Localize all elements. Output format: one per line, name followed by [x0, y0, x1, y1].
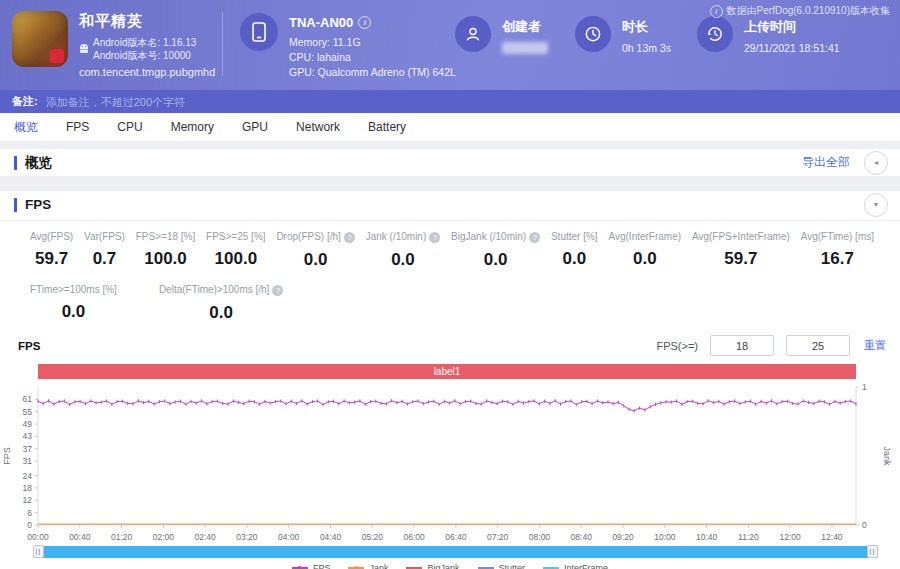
stat-item: Jank (/10min)?0.0	[362, 231, 445, 270]
app-version-name: Android版本名: 1.16.13	[93, 36, 215, 49]
legend-label: FPS	[313, 563, 331, 569]
stat-value: 0.0	[159, 303, 284, 323]
stat-value: 0.0	[30, 302, 117, 322]
fps-stats-row-1: Avg(FPS)59.7Var(FPS)0.7FPS>=18 [%]100.0F…	[0, 221, 900, 270]
chart-scrollbar[interactable]	[33, 546, 878, 558]
help-icon[interactable]: ?	[429, 232, 440, 243]
app-version-block: Android版本名: 1.16.13 Android版本号: 10000	[79, 36, 215, 62]
android-icon	[79, 42, 89, 54]
stat-item: Stutter [%]0.0	[547, 231, 602, 270]
creator-block: 创建者	[455, 16, 548, 54]
stat-item: Avg(InterFrame)0.0	[604, 231, 685, 270]
legend-item-jank[interactable]: Jank	[348, 563, 388, 569]
collected-note-text: 数据由PerfDog(6.0.210910)版本收集	[727, 4, 890, 18]
history-clock-icon	[697, 16, 733, 52]
app-version-code: Android版本号: 10000	[93, 49, 215, 62]
svg-text:43: 43	[23, 431, 33, 441]
svg-text:55: 55	[23, 407, 33, 417]
svg-text:18: 18	[23, 483, 33, 493]
chart-header: FPS FPS(>=) 重置	[0, 323, 900, 360]
remark-input[interactable]	[44, 95, 368, 109]
svg-text:03:20: 03:20	[236, 532, 258, 542]
app-title: 和平精英	[79, 12, 215, 31]
help-icon[interactable]: ?	[272, 285, 283, 296]
device-block: TNA-AN00i Memory: 11.1G CPU: lahaina GPU…	[240, 13, 456, 80]
svg-text:09:20: 09:20	[612, 532, 634, 542]
divider-strip	[0, 142, 900, 149]
legend-item-stutter[interactable]: Stutter	[478, 563, 526, 569]
stat-label: Drop(FPS) [/h]?	[276, 231, 354, 243]
legend-item-bigjank[interactable]: BigJank	[406, 563, 459, 569]
tab-1[interactable]: FPS	[66, 120, 89, 134]
collapse-left-button[interactable]: ◄	[864, 151, 888, 175]
svg-text:12:40: 12:40	[821, 532, 843, 542]
clock-icon	[575, 16, 611, 52]
export-all-button[interactable]: 导出全部	[802, 154, 850, 171]
svg-text:24: 24	[23, 471, 33, 481]
overview-title: 概览	[25, 154, 52, 172]
stat-value: 59.7	[30, 249, 73, 269]
stat-item: Avg(FPS)59.7	[26, 231, 77, 270]
stat-value: 100.0	[206, 249, 265, 269]
stat-item: BigJank (/10min)?0.0	[447, 231, 544, 270]
svg-text:06:40: 06:40	[445, 532, 467, 542]
stat-label: Stutter [%]	[551, 231, 598, 242]
scrollbar-left-handle[interactable]	[33, 545, 44, 558]
report-header: 和平精英 Android版本名: 1.16.13 Android版本号: 100…	[0, 0, 900, 90]
scrollbar-right-handle[interactable]	[867, 545, 878, 558]
svg-text:12: 12	[23, 495, 33, 505]
svg-text:04:40: 04:40	[320, 532, 342, 542]
section-accent-bar	[14, 198, 17, 212]
legend-item-interframe[interactable]: InterFrame	[543, 563, 608, 569]
chart-title: FPS	[18, 340, 40, 352]
creator-name-redacted	[502, 42, 548, 54]
legend-item-fps[interactable]: FPS	[292, 563, 331, 569]
collected-note: i 数据由PerfDog(6.0.210910)版本收集	[710, 4, 890, 18]
duration-label: 时长	[622, 18, 671, 36]
tab-0[interactable]: 概览	[14, 119, 38, 136]
stat-label: Var(FPS)	[84, 231, 125, 242]
stat-item: Delta(FTime)>100ms [/h]?0.0	[155, 284, 288, 323]
upload-block: 上传时间 29/11/2021 18:51:41	[697, 16, 840, 56]
legend-label: BigJank	[427, 563, 459, 569]
svg-text:49: 49	[23, 419, 33, 429]
stat-item: Drop(FPS) [/h]?0.0	[272, 231, 358, 270]
stat-item: Var(FPS)0.7	[80, 231, 129, 270]
duration-value: 0h 13m 3s	[622, 41, 671, 56]
tab-3[interactable]: Memory	[171, 120, 214, 134]
help-icon[interactable]: ?	[529, 232, 540, 243]
device-info-icon[interactable]: i	[358, 16, 371, 29]
svg-text:01:20: 01:20	[111, 532, 133, 542]
upload-value: 29/11/2021 18:51:41	[744, 41, 840, 56]
tab-bar: 概览FPSCPUMemoryGPUNetworkBattery	[0, 113, 900, 142]
svg-text:08:40: 08:40	[571, 532, 593, 542]
fps-section-header: FPS ▼	[0, 191, 900, 218]
phone-icon	[240, 13, 278, 51]
device-name: TNA-AN00	[289, 15, 353, 30]
stat-label: FPS>=25 [%]	[206, 231, 265, 242]
remark-label: 备注:	[12, 94, 38, 109]
svg-text:61: 61	[23, 394, 33, 404]
stat-label: Delta(FTime)>100ms [/h]?	[159, 284, 284, 296]
stat-value: 100.0	[136, 249, 195, 269]
reset-button[interactable]: 重置	[864, 338, 886, 353]
svg-text:02:40: 02:40	[195, 532, 217, 542]
device-cpu: CPU: lahaina	[289, 50, 456, 65]
chart-legend: FPSJankBigJankStutterInterFrame	[0, 558, 900, 569]
help-icon[interactable]: ?	[344, 232, 355, 243]
fps-threshold-input-1[interactable]	[710, 335, 774, 356]
tab-5[interactable]: Network	[296, 120, 340, 134]
svg-text:12:00: 12:00	[780, 532, 802, 542]
fps-threshold-input-2[interactable]	[786, 335, 850, 356]
legend-label: InterFrame	[564, 563, 608, 569]
tab-4[interactable]: GPU	[242, 120, 268, 134]
svg-text:06:00: 06:00	[403, 532, 425, 542]
tab-6[interactable]: Battery	[368, 120, 406, 134]
svg-text:02:00: 02:00	[153, 532, 175, 542]
svg-text:04:00: 04:00	[278, 532, 300, 542]
stat-item: Avg(FTime) [ms]16.7	[797, 231, 878, 270]
app-icon	[12, 11, 68, 67]
svg-text:10:40: 10:40	[696, 532, 718, 542]
collapse-down-button[interactable]: ▼	[864, 193, 888, 217]
tab-2[interactable]: CPU	[117, 120, 142, 134]
